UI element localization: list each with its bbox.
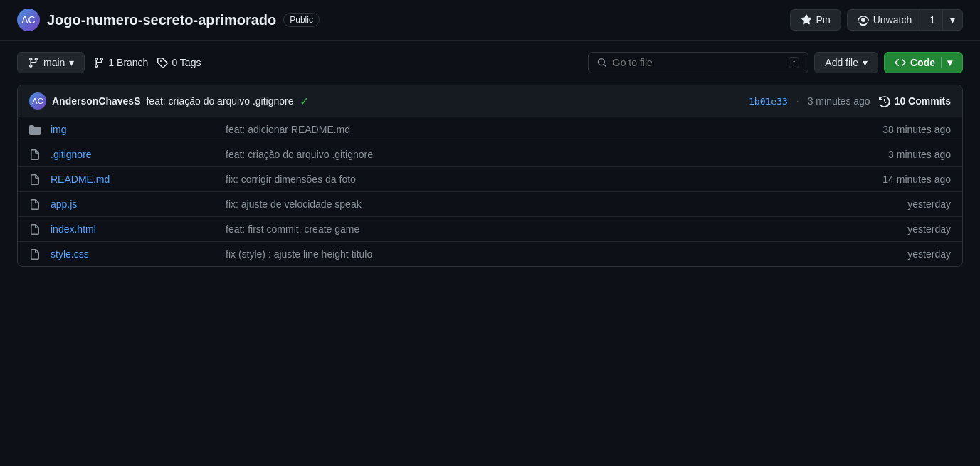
commit-separator: · xyxy=(796,95,799,107)
table-row: .gitignore feat: criação do arquivo .git… xyxy=(18,142,962,167)
file-icon xyxy=(29,198,43,211)
add-file-button[interactable]: Add file ▾ xyxy=(814,52,878,73)
file-name[interactable]: README.md xyxy=(51,174,214,185)
toolbar: main ▾ 1 Branch 0 Tags t Add file ▾ xyxy=(0,41,980,85)
commit-author-avatar: AC xyxy=(29,92,46,110)
search-bar[interactable]: t xyxy=(588,52,808,73)
commit-header: AC AndersonChavesS feat: criação do arqu… xyxy=(18,85,962,117)
commits-count-link[interactable]: 10 Commits xyxy=(879,95,951,107)
unwatch-caret[interactable]: ▾ xyxy=(942,10,962,30)
file-icon xyxy=(29,173,43,186)
file-name[interactable]: index.html xyxy=(51,223,214,235)
file-commit-message: fix: corrigir dimensões da foto xyxy=(214,174,837,185)
file-name[interactable]: img xyxy=(51,124,214,135)
visibility-badge: Public xyxy=(283,13,320,27)
file-icon xyxy=(29,248,43,260)
file-time: yesterday xyxy=(837,248,951,260)
table-row: img feat: adicionar README.md 38 minutes… xyxy=(18,117,962,142)
unwatch-count[interactable]: 1 xyxy=(922,10,942,30)
file-name[interactable]: .gitignore xyxy=(51,149,214,160)
file-icon xyxy=(29,148,43,161)
file-time: yesterday xyxy=(837,223,951,235)
commit-header-left: AC AndersonChavesS feat: criação do arqu… xyxy=(29,92,309,110)
file-time: yesterday xyxy=(837,198,951,210)
repo-title-group: AC Jogo-numero-secreto-aprimorado Public xyxy=(17,9,320,31)
search-kbd: t xyxy=(789,57,799,68)
branch-count-text: 1 Branch xyxy=(108,57,148,68)
search-input[interactable] xyxy=(613,57,783,68)
branch-selector[interactable]: main ▾ xyxy=(17,52,85,73)
branch-caret: ▾ xyxy=(69,57,74,68)
table-row: style.css fix (style) : ajuste line heig… xyxy=(18,242,962,266)
code-icon xyxy=(895,57,906,68)
code-label: Code xyxy=(910,57,935,68)
file-time: 14 minutes ago xyxy=(837,174,951,185)
commit-status-check: ✓ xyxy=(300,95,309,108)
branches-link[interactable]: 1 Branch xyxy=(93,57,148,68)
eye-icon xyxy=(858,14,869,26)
unwatch-label: Unwatch xyxy=(873,14,912,26)
file-commit-message: feat: first commit, create game xyxy=(214,223,837,235)
file-commit-message: feat: criação do arquivo .gitignore xyxy=(214,149,837,160)
toolbar-right: t Add file ▾ Code ▾ xyxy=(588,52,963,73)
tag-icon xyxy=(157,57,168,68)
commits-count-label: 10 Commits xyxy=(895,95,951,107)
header-actions: Pin Unwatch 1 ▾ xyxy=(790,9,964,31)
star-icon xyxy=(801,14,812,26)
file-time: 3 minutes ago xyxy=(837,149,951,160)
commit-header-right: 1b01e33 · 3 minutes ago 10 Commits xyxy=(749,95,951,107)
unwatch-main[interactable]: Unwatch xyxy=(848,10,922,30)
commit-author[interactable]: AndersonChavesS xyxy=(52,95,140,107)
table-row: index.html feat: first commit, create ga… xyxy=(18,217,962,242)
file-name[interactable]: app.js xyxy=(51,198,214,210)
folder-icon xyxy=(29,123,43,136)
add-file-label: Add file xyxy=(825,57,858,68)
top-header: AC Jogo-numero-secreto-aprimorado Public… xyxy=(0,0,980,41)
search-icon xyxy=(597,57,606,68)
commit-hash[interactable]: 1b01e33 xyxy=(749,96,788,107)
branch-icon xyxy=(28,57,39,68)
pin-label: Pin xyxy=(816,14,831,26)
file-commit-message: fix: ajuste de velocidade speak xyxy=(214,198,837,210)
toolbar-left: main ▾ 1 Branch 0 Tags xyxy=(17,52,201,73)
file-commit-message: fix (style) : ajuste line height titulo xyxy=(214,248,837,260)
file-icon xyxy=(29,223,43,235)
code-caret: ▾ xyxy=(941,57,952,68)
file-table: AC AndersonChavesS feat: criação do arqu… xyxy=(17,85,963,267)
file-commit-message: feat: adicionar README.md xyxy=(214,124,837,135)
table-row: README.md fix: corrigir dimensões da fot… xyxy=(18,167,962,192)
commit-message: feat: criação do arquivo .gitignore xyxy=(146,95,293,107)
code-button[interactable]: Code ▾ xyxy=(884,52,963,73)
branch-name: main xyxy=(43,57,65,68)
user-avatar: AC xyxy=(17,9,40,31)
file-rows-container: img feat: adicionar README.md 38 minutes… xyxy=(18,117,962,266)
tags-link[interactable]: 0 Tags xyxy=(157,57,201,68)
repo-name: Jogo-numero-secreto-aprimorado xyxy=(47,12,276,28)
commit-time: 3 minutes ago xyxy=(808,95,870,107)
history-icon xyxy=(879,95,890,107)
add-file-caret: ▾ xyxy=(863,57,868,68)
branch-count-icon xyxy=(93,57,105,68)
table-row: app.js fix: ajuste de velocidade speak y… xyxy=(18,192,962,217)
pin-button[interactable]: Pin xyxy=(790,9,841,31)
tags-count-text: 0 Tags xyxy=(172,57,201,68)
unwatch-button[interactable]: Unwatch 1 ▾ xyxy=(847,9,963,31)
file-name[interactable]: style.css xyxy=(51,248,214,260)
file-time: 38 minutes ago xyxy=(837,124,951,135)
